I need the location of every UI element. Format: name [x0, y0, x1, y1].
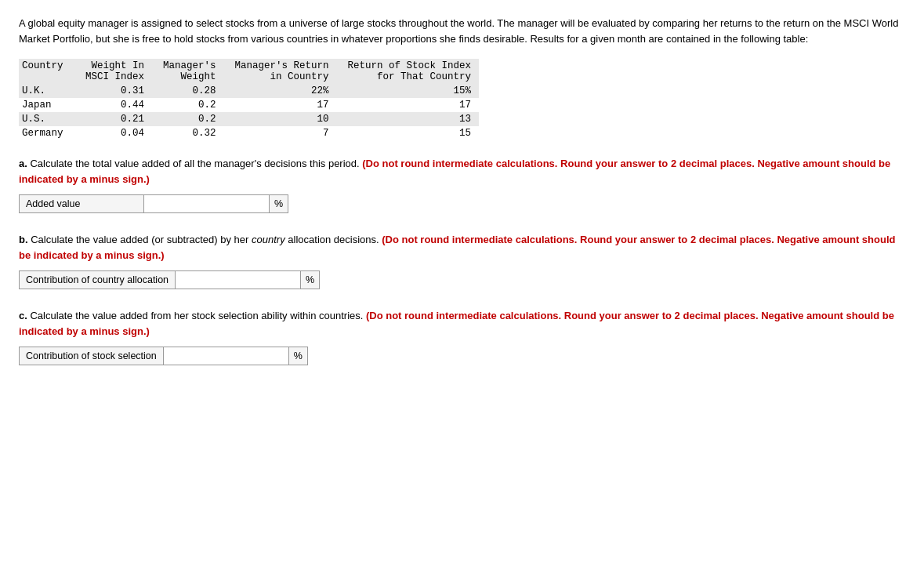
cell-stock-return: 13 — [345, 112, 480, 126]
section-b-label-box: Contribution of country allocation — [19, 270, 176, 289]
table-row: Germany 0.04 0.32 7 15 — [19, 126, 479, 140]
section-c-unit: % — [289, 347, 308, 365]
section-a: a. Calculate the total value added of al… — [19, 156, 905, 213]
cell-weight-msci: 0.21 — [82, 112, 160, 126]
cell-country: Japan — [19, 98, 82, 112]
section-c-input[interactable] — [164, 347, 289, 365]
table-row: U.K. 0.31 0.28 22% 15% — [19, 84, 479, 98]
cell-mgr-return: 17 — [232, 98, 345, 112]
cell-stock-return: 15% — [345, 84, 480, 98]
section-a-text: Calculate the total value added of all t… — [30, 158, 362, 169]
section-b-text1: Calculate the value added (or subtracted… — [31, 234, 252, 245]
cell-weight-msci: 0.44 — [82, 98, 160, 112]
section-a-answer-row: Added value % — [19, 194, 905, 213]
section-a-label: a. — [19, 158, 27, 169]
col-header-mgr-return: Manager's Return in Country — [232, 59, 345, 84]
cell-mgr-weight: 0.2 — [160, 98, 232, 112]
section-b-answer-row: Contribution of country allocation % — [19, 270, 905, 289]
cell-weight-msci: 0.04 — [82, 126, 160, 140]
section-b-text2: allocation decisions. — [288, 234, 382, 245]
section-b: b. Calculate the value added (or subtrac… — [19, 232, 905, 289]
section-b-input[interactable] — [176, 270, 301, 289]
cell-mgr-return: 7 — [232, 126, 345, 140]
table-row: U.S. 0.21 0.2 10 13 — [19, 112, 479, 126]
col-header-country: Country — [19, 59, 82, 84]
col-header-mgr-weight: Manager's Weight — [160, 59, 232, 84]
intro-paragraph: A global equity manager is assigned to s… — [19, 16, 905, 46]
col-header-stock-return: Return of Stock Index for That Country — [345, 59, 480, 84]
section-b-unit: % — [301, 270, 320, 289]
section-c: c. Calculate the value added from her st… — [19, 308, 905, 365]
section-c-text: Calculate the value added from her stock… — [30, 310, 366, 321]
col-header-weight-msci: Weight In MSCI Index — [82, 59, 160, 84]
data-table: Country Weight In MSCI Index Manager's W… — [19, 59, 479, 140]
cell-country: U.K. — [19, 84, 82, 98]
section-a-question: a. Calculate the total value added of al… — [19, 156, 905, 187]
cell-mgr-weight: 0.2 — [160, 112, 232, 126]
section-b-italic: country — [252, 234, 285, 245]
section-c-label: c. — [19, 310, 27, 321]
table-row: Japan 0.44 0.2 17 17 — [19, 98, 479, 112]
cell-mgr-weight: 0.28 — [160, 84, 232, 98]
section-c-answer-row: Contribution of stock selection % — [19, 347, 905, 365]
cell-stock-return: 15 — [345, 126, 480, 140]
cell-country: U.S. — [19, 112, 82, 126]
cell-stock-return: 17 — [345, 98, 480, 112]
section-a-unit: % — [270, 194, 288, 213]
section-b-label: b. — [19, 234, 28, 245]
cell-mgr-weight: 0.32 — [160, 126, 232, 140]
section-a-input[interactable] — [144, 194, 270, 213]
section-a-label-box: Added value — [19, 194, 144, 213]
cell-mgr-return: 22% — [232, 84, 345, 98]
section-b-question: b. Calculate the value added (or subtrac… — [19, 232, 905, 263]
section-c-question: c. Calculate the value added from her st… — [19, 308, 905, 339]
cell-weight-msci: 0.31 — [82, 84, 160, 98]
cell-country: Germany — [19, 126, 82, 140]
section-c-label-box: Contribution of stock selection — [19, 347, 164, 365]
cell-mgr-return: 10 — [232, 112, 345, 126]
